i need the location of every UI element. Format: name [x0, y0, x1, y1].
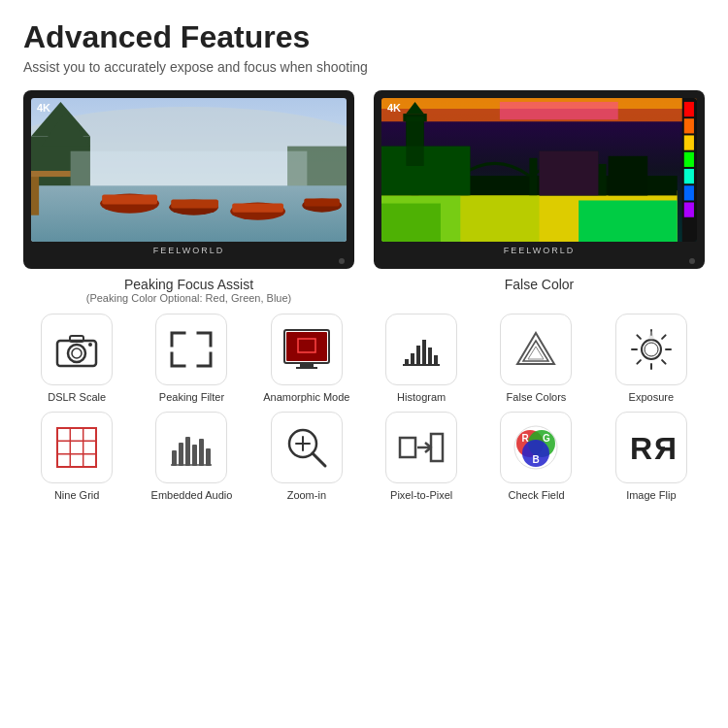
- svg-point-80: [645, 343, 658, 356]
- svg-point-52: [68, 345, 85, 362]
- svg-rect-28: [684, 152, 694, 167]
- false-colors-icon-box: [500, 314, 572, 385]
- nine-grid-icon: [52, 423, 101, 472]
- svg-rect-14: [304, 198, 340, 206]
- svg-rect-90: [192, 445, 197, 466]
- svg-rect-100: [431, 434, 443, 461]
- svg-rect-23: [500, 102, 618, 119]
- embedded-audio-icon-box: [155, 412, 227, 483]
- svg-rect-19: [71, 151, 308, 186]
- zoom-in-icon-box: [271, 412, 343, 483]
- feature-pixel-to-pixel: Pixel-to-Pixel: [368, 412, 475, 502]
- monitor-screen-peaking: 4K: [31, 98, 347, 242]
- peaking-filter-icon-box: [155, 314, 227, 385]
- monitor-4k-label: 4K: [37, 102, 50, 114]
- feature-embedded-audio: Embedded Audio: [138, 412, 245, 502]
- check-field-icon-box: R G B: [500, 412, 572, 483]
- zoom-in-label: Zoom-in: [287, 488, 326, 502]
- caption-sub-1: (Peaking Color Optional: Red, Green, Blu…: [86, 292, 292, 304]
- svg-line-79: [637, 360, 641, 364]
- svg-rect-64: [416, 346, 420, 365]
- feature-dslr-scale: DSLR Scale: [23, 314, 130, 404]
- svg-rect-62: [405, 359, 409, 365]
- anamorphic-mode-icon: [281, 326, 333, 373]
- check-field-icon: R G B: [511, 422, 561, 473]
- svg-rect-50: [381, 204, 441, 242]
- svg-rect-66: [428, 347, 432, 365]
- svg-rect-15: [31, 176, 39, 215]
- embedded-audio-label: Embedded Audio: [151, 488, 233, 502]
- feature-peaking-filter: Peaking Filter: [138, 314, 245, 404]
- svg-rect-12: [232, 204, 283, 213]
- exposure-icon-box: [615, 314, 687, 385]
- dslr-scale-icon-box: [41, 314, 113, 385]
- svg-rect-16: [31, 171, 71, 177]
- svg-rect-87: [172, 450, 177, 466]
- svg-text:R: R: [522, 433, 530, 444]
- histogram-label: Histogram: [397, 390, 446, 404]
- svg-line-76: [637, 335, 641, 339]
- page-subtitle: Assist you to accurately expose and focu…: [23, 59, 705, 75]
- monitor-device-false-color: 4K: [374, 90, 705, 269]
- svg-rect-8: [102, 194, 157, 204]
- monitor-false-color: 4K: [374, 90, 705, 304]
- exposure-icon: [627, 325, 676, 374]
- svg-rect-91: [199, 439, 204, 466]
- svg-point-55: [88, 343, 92, 347]
- svg-rect-45: [609, 156, 648, 196]
- monitor-brand-2: FEELWORLD: [381, 246, 697, 255]
- svg-rect-98: [400, 438, 415, 457]
- svg-rect-34: [579, 200, 678, 242]
- pixel-to-pixel-icon-box: [385, 412, 457, 483]
- svg-rect-47: [406, 116, 423, 166]
- caption-title-2: False Color: [505, 277, 575, 292]
- monitor-4k-label-2: 4K: [387, 102, 401, 114]
- features-section: DSLR Scale Pe: [23, 314, 705, 503]
- dslr-scale-icon: [53, 329, 100, 370]
- peaking-filter-label: Peaking Filter: [159, 390, 224, 404]
- svg-rect-65: [422, 340, 426, 365]
- histogram-icon-box: [385, 314, 457, 385]
- pixel-to-pixel-label: Pixel-to-Pixel: [390, 488, 452, 502]
- svg-line-78: [662, 335, 666, 339]
- feature-image-flip: R R Image Flip: [598, 412, 705, 502]
- svg-rect-89: [185, 437, 190, 466]
- svg-text:G: G: [544, 433, 551, 444]
- image-flip-icon-box: R R: [615, 412, 687, 483]
- svg-rect-46: [381, 147, 470, 196]
- feature-nine-grid: Nine Grid: [23, 412, 130, 502]
- features-grid-row1: DSLR Scale Pe: [23, 314, 705, 404]
- page-container: Advanced Features Assist you to accurate…: [0, 0, 728, 526]
- svg-rect-81: [57, 428, 96, 467]
- page-title: Advanced Features: [23, 19, 705, 55]
- false-colors-label: False Colors: [507, 390, 567, 404]
- svg-rect-26: [684, 118, 694, 133]
- caption-title-1: Peaking Focus Assist: [86, 277, 292, 292]
- svg-rect-67: [434, 355, 438, 365]
- feature-zoom-in: Zoom-in: [253, 412, 360, 502]
- svg-rect-58: [300, 363, 314, 367]
- feature-anamorphic-mode: Anamorphic Mode: [253, 314, 360, 404]
- image-flip-label: Image Flip: [626, 488, 676, 502]
- svg-rect-39: [598, 164, 606, 196]
- feature-histogram: Histogram: [368, 314, 475, 404]
- peaking-filter-icon: [167, 328, 215, 371]
- monitor-brand-1: FEELWORLD: [31, 246, 347, 255]
- feature-exposure: Exposure: [598, 314, 705, 404]
- exposure-label: Exposure: [629, 390, 674, 404]
- check-field-label: Check Field: [508, 488, 564, 502]
- svg-rect-59: [296, 367, 317, 369]
- svg-line-77: [662, 360, 666, 364]
- monitor-screen-false-color: 4K: [381, 98, 697, 242]
- features-grid-row2: Nine Grid: [23, 412, 705, 502]
- monitor-caption-peaking: Peaking Focus Assist (Peaking Color Opti…: [86, 277, 292, 304]
- anamorphic-mode-label: Anamorphic Mode: [263, 390, 349, 404]
- svg-text:R: R: [654, 431, 677, 466]
- monitor-dot-2: [689, 258, 695, 264]
- svg-rect-54: [70, 336, 83, 342]
- svg-rect-10: [171, 199, 218, 208]
- nine-grid-icon-box: [41, 412, 113, 483]
- feature-false-colors: False Colors: [482, 314, 589, 404]
- zoom-in-icon: [282, 423, 331, 472]
- monitor-caption-false-color: False Color: [505, 277, 575, 292]
